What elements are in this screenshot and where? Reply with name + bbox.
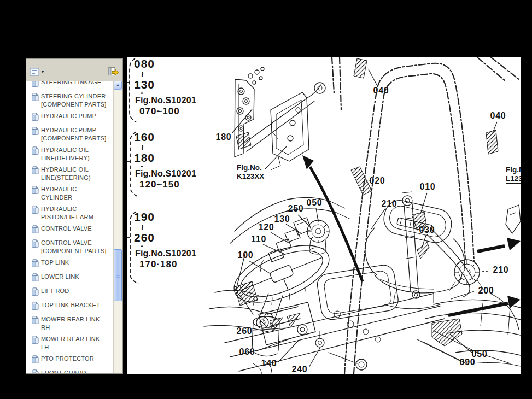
sidebar-item-label: FRONT GUARD (41, 369, 109, 373)
sidebar-item-label: TOP LINK (41, 259, 109, 267)
sidebar-item[interactable]: MOWER REAR LINK LH (32, 335, 114, 351)
sidebar-item[interactable]: HYDRAULIC PISTON/LIFT ARM (32, 205, 114, 221)
callout-label: 250 (288, 204, 303, 214)
sidebar-item-label: STEERING CYLINDER [COMPONENT PARTS] (41, 92, 109, 109)
leader-dot-icon (141, 166, 143, 167)
fig-range-group: 080 ~ 130 Fig.No.S10201 070~100 (132, 58, 196, 117)
sidebar-list: STEERING LINKAGE STEERING CYLINDER [COMP… (26, 81, 114, 373)
fig-range-group: 160 ~ 180 Fig.No.S10201 120~150 (132, 132, 196, 190)
callout-label: 200 (478, 286, 494, 296)
sidebar-item[interactable]: CONTROL VALVE (32, 225, 114, 236)
parts-list-sidebar: ▾ STEERING LINKAGE STEERING CYLINDER [CO… (26, 58, 123, 374)
sidebar-item[interactable]: HYDRAULIC PUMP (32, 112, 114, 123)
callout-label: 040 (490, 111, 506, 121)
sidebar-item-label: MOWER REAR LINK LH (41, 335, 109, 351)
range-tilde-icon: ~ (138, 224, 146, 230)
sidebar-item[interactable]: FRONT GUARD (32, 369, 114, 373)
callout-label: 120 (258, 222, 274, 232)
page-icon (32, 205, 41, 216)
page-icon (32, 315, 41, 326)
caret-down-icon: ▾ (42, 69, 44, 74)
diagram-panel: 0400401800200100502502101301201100301002… (127, 57, 521, 374)
lift-bracket-assembly (235, 67, 325, 170)
fig-number: Fig.No.S10201 (135, 248, 196, 259)
sidebar-item-label: HYDRAULIC OIL LINE(DELIVERY) (41, 146, 109, 162)
app-window: ▾ STEERING LINKAGE STEERING CYLINDER [CO… (0, 0, 532, 399)
fig-reference-code: K123XX (237, 172, 264, 181)
sidebar-item[interactable]: HYDRAULIC CYLINDER (32, 185, 114, 202)
rops-bar (332, 57, 519, 374)
page-icon (32, 355, 41, 366)
leader-dot-icon (141, 92, 143, 94)
sidebar-item[interactable]: PTO PROTECTOR (32, 355, 114, 366)
fig-number: Fig.No.S10201 (135, 95, 196, 106)
callout-label: 180 (215, 132, 231, 142)
range-end: 130 (134, 79, 155, 90)
sidebar-item-label: HYDRAULIC CYLINDER (41, 185, 109, 202)
page-icon (32, 225, 41, 236)
sidebar-item[interactable]: STEERING LINKAGE (32, 81, 114, 89)
page-icon (32, 81, 41, 89)
page-icon (32, 273, 41, 284)
sidebar-item[interactable]: TOP LINK BRACKET (32, 301, 114, 312)
sidebar-item[interactable]: MOWER REAR LINK RH (32, 315, 114, 332)
leader-dot-icon (141, 245, 143, 247)
fig-reference-code: L123 (506, 174, 521, 184)
sidebar-item[interactable]: LOWER LINK (32, 273, 114, 284)
page-icon (32, 126, 41, 137)
scroll-thumb[interactable] (114, 249, 122, 301)
sidebar-item-label: HYDRAULIC PISTON/LIFT ARM (41, 205, 109, 221)
callout-label: 030 (419, 225, 435, 235)
export-window-icon[interactable] (108, 67, 119, 79)
sidebar-item[interactable]: HYDRAULIC PUMP [COMPONENT PARTS] (32, 126, 114, 143)
sidebar-item[interactable]: HYDRAULIC OIL LINE(STEERING) (32, 166, 114, 182)
fig-sub-range: 070~100 (139, 106, 180, 117)
fig-reference-line1: Fig.No (506, 166, 521, 174)
page-icon (32, 112, 41, 123)
range-start: 160 (134, 132, 155, 143)
range-start: 190 (134, 212, 155, 222)
direction-arrows (448, 238, 521, 315)
fig-reference: Fig.No. K123XX (237, 163, 264, 181)
page-icon (32, 92, 41, 103)
sidebar-item-label: STEERING LINKAGE (41, 81, 109, 86)
sidebar-item-label: LIFT ROD (41, 287, 109, 295)
callout-label: 210 (381, 199, 397, 209)
sidebar-item[interactable]: LIFT ROD (32, 287, 114, 298)
sidebar-item-label: HYDRAULIC PUMP [COMPONENT PARTS] (41, 126, 109, 143)
fig-range-group: 190 ~ 260 Fig.No.S10201 170·180 (132, 212, 196, 270)
tree-view-icon[interactable]: ▾ (30, 68, 44, 79)
sidebar-scrollbar[interactable]: ▲ (113, 81, 122, 373)
callout-label: 210 (493, 265, 508, 275)
sidebar-item-label: CONTROL VALVE [COMPONENT PARTS] (41, 239, 109, 255)
page-icon (32, 301, 41, 312)
callout-label: 130 (274, 214, 290, 224)
sidebar-item[interactable]: HYDRAULIC OIL LINE(DELIVERY) (32, 146, 114, 162)
right-bracket (506, 205, 521, 233)
fig-reference: Fig.No L123 (506, 166, 521, 184)
range-start: 080 (134, 58, 155, 69)
callout-label: 060 (239, 347, 255, 357)
sidebar-item-label: LOWER LINK (41, 273, 109, 281)
range-tilde-icon: ~ (138, 144, 146, 150)
sidebar-item-label: CONTROL VALVE (41, 225, 109, 233)
sidebar-item[interactable]: CONTROL VALVE [COMPONENT PARTS] (32, 239, 114, 255)
callout-label: 140 (261, 359, 277, 368)
fig-sub-range: 170·180 (139, 259, 177, 270)
sidebar-item[interactable]: TOP LINK (32, 259, 114, 269)
callout-label: 260 (236, 326, 252, 336)
range-end: 180 (134, 152, 155, 163)
fig-number: Fig.No.S10201 (135, 168, 196, 179)
page-icon (32, 369, 41, 373)
sidebar-item[interactable]: STEERING CYLINDER [COMPONENT PARTS] (32, 92, 114, 109)
page-icon (32, 185, 41, 196)
fig-sub-range: 120~150 (139, 179, 180, 190)
sidebar-item-label: HYDRAULIC OIL LINE(STEERING) (41, 166, 109, 182)
callout-label: 110 (251, 234, 266, 244)
sidebar-item-label: PTO PROTECTOR (41, 355, 109, 363)
scroll-up-button[interactable]: ▲ (114, 81, 122, 90)
page-icon (32, 166, 41, 177)
page-icon (32, 146, 41, 157)
callout-label: 240 (291, 365, 307, 374)
fig-reference-line1: Fig.No. (237, 163, 262, 172)
